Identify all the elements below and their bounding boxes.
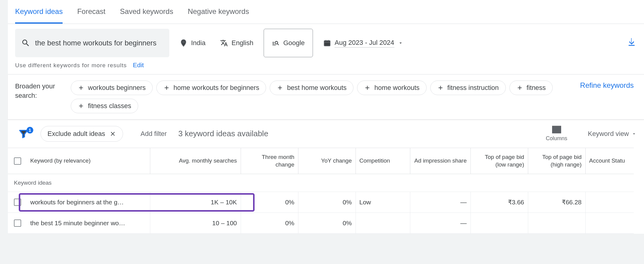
col-competition[interactable]: Competition [356,148,410,174]
broaden-chip[interactable]: fitness classes [71,99,138,113]
table-row[interactable]: workouts for beginners at the g… 1K – 10… [8,192,644,213]
col-three-month[interactable]: Three month change [241,148,298,174]
chip-label: fitness [527,84,546,92]
row-checkbox[interactable] [14,199,21,206]
table-toolbar: 1 Exclude adult ideas Add filter 3 keywo… [8,120,644,148]
language-filter[interactable]: English [216,34,258,52]
broaden-chip[interactable]: workouts beginners [71,81,153,95]
chip-label: best home workouts [287,84,346,92]
download-icon [626,37,637,48]
columns-label: Columns [546,135,567,142]
tab-forecast[interactable]: Forecast [77,7,105,24]
col-bid-high[interactable]: Top of page bid (high range) [528,148,585,174]
tab-keyword-ideas[interactable]: Keyword ideas [15,7,63,24]
columns-icon [552,126,561,134]
calendar-icon [323,39,331,47]
broaden-chips: workouts beginners home workouts for beg… [71,81,573,113]
status-cell [585,192,634,213]
broaden-label: Broaden your search: [15,81,63,101]
chip-label: workouts beginners [88,84,146,92]
keyword-view-label: Keyword view [588,130,629,138]
row-checkbox[interactable] [14,219,21,227]
bid-low-cell: ₹3.66 [470,192,528,213]
network-value: Google [283,39,305,47]
avg-cell: 1K – 10K [150,192,241,213]
status-cell [585,213,634,234]
yoy-cell: 0% [298,192,356,213]
competition-cell: Low [356,192,410,213]
plus-icon [277,84,283,91]
competition-cell [356,213,410,234]
col-status[interactable]: Account Statu [585,148,634,174]
filter-funnel-button[interactable]: 1 [15,129,32,139]
bid-low-cell [470,213,528,234]
col-avg[interactable]: Avg. monthly searches [150,148,241,174]
date-filter[interactable]: Aug 2023 - Jul 2024 [319,34,408,52]
three-month-cell: 0% [241,213,298,234]
location-value: India [191,39,206,47]
exclude-adult-chip[interactable]: Exclude adult ideas [41,126,123,142]
broaden-chip[interactable]: fitness instruction [430,81,506,95]
location-icon [180,39,187,47]
yoy-cell: 0% [298,213,356,234]
keyword-cell: workouts for beginners at the g… [30,199,124,206]
ad-share-cell: — [410,213,470,234]
col-ad-share[interactable]: Ad impression share [410,148,470,174]
hint-row: Use different keywords for more results … [8,57,644,74]
broaden-chip[interactable]: fitness [509,81,553,95]
network-icon [272,39,280,47]
ad-share-cell: — [410,192,470,213]
hint-text: Use different keywords for more results [15,62,127,68]
col-bid-low[interactable]: Top of page bid (low range) [470,148,528,174]
select-all-checkbox[interactable] [14,157,21,165]
table-section-header: Keyword ideas [8,174,644,192]
exclude-label: Exclude adult ideas [47,130,105,138]
download-button[interactable] [626,37,637,49]
svg-point-0 [183,41,184,43]
avg-cell: 10 – 100 [150,213,241,234]
plus-icon [516,84,523,91]
table-row[interactable]: the best 15 minute beginner wo… 10 – 100… [8,213,644,234]
language-value: English [232,39,253,47]
broaden-chip[interactable]: home workouts for beginners [156,81,266,95]
location-filter[interactable]: India [175,34,210,52]
svg-rect-2 [552,126,561,133]
close-icon[interactable] [109,130,116,137]
date-value: Aug 2023 - Jul 2024 [335,39,394,48]
search-query: the best home workouts for beginners [35,38,157,48]
broaden-chip[interactable]: best home workouts [270,81,353,95]
keyword-view-dropdown[interactable]: Keyword view [588,130,637,138]
columns-button[interactable]: Columns [546,126,567,142]
search-icon [21,38,30,48]
plus-icon [364,84,371,91]
search-bar: the best home workouts for beginners Ind… [8,24,644,57]
plus-icon [163,84,170,91]
tab-saved-keywords[interactable]: Saved keywords [120,7,173,24]
plus-icon [78,103,84,109]
ideas-available: 3 keyword ideas available [178,129,268,138]
col-yoy[interactable]: YoY change [298,148,356,174]
broaden-chip[interactable]: home workouts [357,81,426,95]
svg-rect-1 [324,41,330,46]
section-label: Keyword ideas [8,174,634,192]
funnel-badge: 1 [27,127,33,134]
refine-keywords-link[interactable]: Refine keywords [580,81,637,90]
tabs-bar: Keyword ideas Forecast Saved keywords Ne… [8,0,644,24]
chip-label: home workouts for beginners [174,84,259,92]
plus-icon [78,84,84,91]
keyword-table: Keyword (by relevance) Avg. monthly sear… [8,148,644,234]
table-header-row: Keyword (by relevance) Avg. monthly sear… [8,148,644,174]
bid-high-cell: ₹66.28 [528,192,585,213]
edit-link[interactable]: Edit [133,61,144,68]
language-icon [220,39,228,47]
chip-label: fitness instruction [447,84,499,92]
broaden-section: Broaden your search: workouts beginners … [8,74,644,120]
chip-label: home workouts [374,84,419,92]
search-input[interactable]: the best home workouts for beginners [15,29,169,57]
plus-icon [437,84,444,91]
tab-negative-keywords[interactable]: Negative keywords [188,7,249,24]
bid-high-cell [528,213,585,234]
add-filter-button[interactable]: Add filter [141,130,167,138]
network-filter[interactable]: Google [264,29,313,57]
col-keyword[interactable]: Keyword (by relevance) [30,157,91,165]
